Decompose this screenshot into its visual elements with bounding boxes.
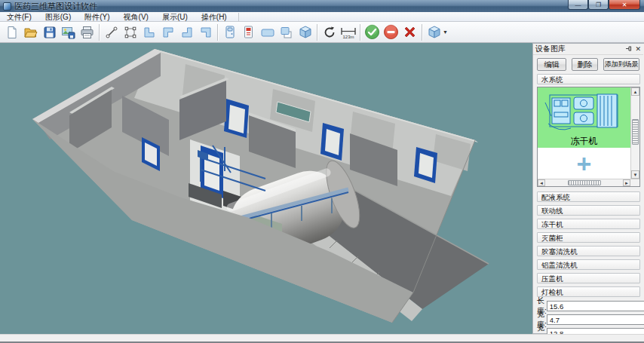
view-cube-icon xyxy=(427,25,442,39)
category-linkage-line[interactable]: 联动线 xyxy=(537,205,640,216)
plus-icon: + xyxy=(577,151,592,176)
width-input[interactable] xyxy=(547,314,644,325)
chevron-down-icon: ▼ xyxy=(443,29,448,35)
category-cap-washer[interactable]: 铝盖清洗机 xyxy=(537,259,640,270)
menu-file[interactable]: 文件(F) xyxy=(0,12,38,22)
equipment-library-panel: 设备图库 ✕ 编辑 删除 添加到场景 水系统 xyxy=(532,43,644,334)
title-bar[interactable]: 医药三维草图设计软件 — ❐ ✕ xyxy=(0,0,644,12)
confirm-button[interactable] xyxy=(363,23,382,41)
app-icon xyxy=(3,2,11,11)
rotate-icon xyxy=(322,25,337,40)
gallery-horizontal-scrollbar[interactable]: ◄ ► xyxy=(538,179,639,186)
wall-corner-4-button[interactable] xyxy=(196,23,215,41)
pin-icon[interactable] xyxy=(625,45,632,54)
wall-corner-4-icon xyxy=(199,26,213,39)
category-freeze-dryer[interactable]: 冻干机 xyxy=(537,219,640,229)
door-icon xyxy=(224,25,236,39)
overlap-rooms-icon xyxy=(279,26,294,39)
line-tool-button[interactable] xyxy=(102,23,121,41)
length-input[interactable] xyxy=(547,301,644,311)
gallery-vertical-scrollbar[interactable]: ▲ ▼ xyxy=(630,87,639,179)
scroll-up-icon[interactable]: ▲ xyxy=(631,87,639,96)
menu-view-angle[interactable]: 视角(V) xyxy=(117,12,155,22)
wall-corner-2-button[interactable] xyxy=(158,23,177,41)
measure-tool-button[interactable]: 123m xyxy=(339,23,357,41)
maximize-button[interactable]: ❐ xyxy=(588,0,609,10)
freeze-dryer-thumbnail xyxy=(538,87,630,136)
scroll-right-icon[interactable]: ► xyxy=(623,179,630,186)
panel-close-icon[interactable]: ✕ xyxy=(635,45,641,53)
gallery-item-selected[interactable]: 冻干机 xyxy=(538,87,630,148)
window-icon xyxy=(260,26,275,38)
overlap-rooms-tool-button[interactable] xyxy=(277,23,296,41)
edit-button[interactable]: 编辑 xyxy=(537,58,566,71)
print-icon xyxy=(80,26,94,39)
menu-display[interactable]: 展示(U) xyxy=(155,12,195,22)
menu-graphics[interactable]: 图形(G) xyxy=(38,12,78,22)
vscroll-thumb[interactable] xyxy=(632,119,639,145)
add-to-scene-button[interactable]: 添加到场景 xyxy=(603,58,639,71)
viewport-3d[interactable] xyxy=(0,43,532,334)
svg-text:123m: 123m xyxy=(342,35,354,39)
toolbar-separator xyxy=(99,24,100,41)
save-file-button[interactable] xyxy=(40,23,59,41)
category-stopper-washer[interactable]: 胶塞清洗机 xyxy=(537,246,640,256)
toolbar-separator xyxy=(317,24,317,41)
wall-corner-3-button[interactable] xyxy=(177,23,196,41)
safety-sign-icon xyxy=(243,25,254,39)
wall-corner-1-icon xyxy=(143,26,156,39)
remove-button[interactable] xyxy=(382,23,400,41)
wall-corner-2-icon xyxy=(161,26,175,39)
close-button[interactable]: ✕ xyxy=(609,0,640,10)
door-tool-button[interactable] xyxy=(220,23,239,41)
equipment-gallery: 冻干机 + ▲ ▼ ◄ ► xyxy=(537,87,640,187)
panel-button-row: 编辑 删除 添加到场景 xyxy=(533,57,643,72)
delete-item-button[interactable]: 删除 xyxy=(572,58,598,71)
wall-corner-1-button[interactable] xyxy=(140,23,158,41)
category-sterilizer[interactable]: 灭菌柜 xyxy=(537,232,640,243)
menu-attachments[interactable]: 附件(Y) xyxy=(78,12,116,22)
scroll-left-icon[interactable]: ◄ xyxy=(538,179,545,186)
minimize-button[interactable]: — xyxy=(568,0,588,10)
hscroll-thumb[interactable] xyxy=(568,180,601,185)
menu-operations[interactable]: 操作(H) xyxy=(195,12,234,22)
window-title: 医药三维草图设计软件 xyxy=(14,0,97,12)
gallery-add-item[interactable]: + xyxy=(538,148,630,179)
new-file-button[interactable] xyxy=(2,23,21,41)
category-capping-machine[interactable]: 压盖机 xyxy=(537,273,640,283)
property-row-length: 长度: xyxy=(537,300,640,312)
scroll-down-icon[interactable]: ▼ xyxy=(631,170,639,179)
cube-tool-button[interactable] xyxy=(296,23,314,41)
line-tool-icon xyxy=(105,26,118,39)
delete-x-icon xyxy=(402,24,418,40)
gallery-item-label: 冻干机 xyxy=(571,136,598,147)
property-row-width: 宽度: xyxy=(537,314,640,326)
open-file-button[interactable] xyxy=(21,23,40,41)
panel-header: 设备图库 ✕ xyxy=(533,44,643,55)
window-tool-button[interactable] xyxy=(258,23,277,41)
wall-corner-3-icon xyxy=(180,26,194,39)
gallery-list: 冻干机 + xyxy=(538,87,630,179)
confirm-check-icon xyxy=(364,24,380,40)
scene-3d xyxy=(0,43,532,334)
delete-button[interactable] xyxy=(400,23,419,41)
remove-minus-icon xyxy=(383,24,399,40)
new-file-icon xyxy=(5,26,19,39)
status-bar xyxy=(0,334,644,343)
toolbar-separator xyxy=(422,24,422,41)
polygon-select-tool-button[interactable] xyxy=(121,23,140,41)
cube-icon xyxy=(298,25,313,39)
panel-title: 设备图库 xyxy=(535,44,622,54)
view-mode-cube-button[interactable]: ▼ xyxy=(425,23,450,41)
save-floppy-icon xyxy=(43,26,57,39)
measure-icon: 123m xyxy=(339,25,357,40)
category-water-system[interactable]: 水系统 xyxy=(537,74,640,84)
print-button[interactable] xyxy=(78,23,97,41)
toolbar-separator xyxy=(360,24,360,41)
safety-sign-tool-button[interactable] xyxy=(239,23,258,41)
export-image-button[interactable] xyxy=(59,23,78,41)
rotate-tool-button[interactable] xyxy=(320,23,339,41)
open-folder-icon xyxy=(23,26,38,39)
category-lamp-inspector[interactable]: 灯检机 xyxy=(537,286,640,297)
category-liquid-prep[interactable]: 配液系统 xyxy=(537,191,640,202)
